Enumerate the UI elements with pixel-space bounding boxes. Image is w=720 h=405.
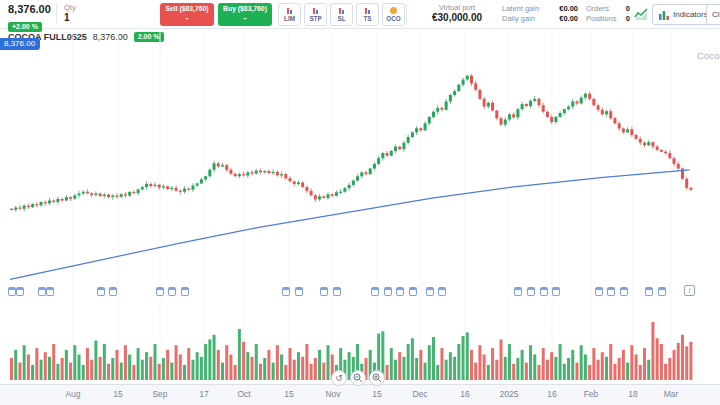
axis-tick-label: Mar (664, 389, 679, 399)
axis-tick-label: 15 (372, 389, 381, 399)
calendar-event-icon[interactable] (181, 287, 189, 296)
candlestick-chart[interactable] (0, 0, 720, 405)
axis-tick-label: 16 (547, 389, 556, 399)
calendar-event-icon[interactable] (109, 287, 117, 296)
calendar-event-icon[interactable] (38, 287, 46, 296)
axis-tick-label: Sep (152, 389, 167, 399)
axis-tick-label: 15 (284, 389, 293, 399)
axis-tick-label: Oct (237, 389, 250, 399)
calendar-event-icon[interactable] (620, 287, 628, 296)
zoom-in-icon (372, 373, 382, 383)
calendar-event-icon[interactable] (168, 287, 176, 296)
calendar-event-icon[interactable] (607, 287, 615, 296)
axis-tick-label: Feb (584, 389, 599, 399)
calendar-event-icon[interactable] (384, 287, 392, 296)
calendar-event-icon[interactable] (333, 287, 341, 296)
zoom-in-button[interactable] (369, 370, 385, 386)
calendar-event-icon[interactable] (156, 287, 164, 296)
calendar-event-icon[interactable] (97, 287, 105, 296)
zoom-out-icon (353, 373, 363, 383)
calendar-event-icon[interactable] (409, 287, 417, 296)
axis-tick-label: Nov (325, 389, 340, 399)
trading-app: 8,376.00 +2.00 % Qty 1 Sell ($83,760) - … (0, 0, 720, 405)
calendar-event-icon[interactable] (371, 287, 379, 296)
axis-tick-label: Aug (65, 389, 80, 399)
reset-view-button[interactable]: ↺ (331, 370, 347, 386)
chart-nav-controls: ↺ (331, 370, 385, 386)
calendar-event-icon[interactable] (426, 287, 434, 296)
axis-tick-label: Dec (412, 389, 427, 399)
calendar-event-icon[interactable] (514, 287, 522, 296)
calendar-event-icon[interactable] (16, 287, 24, 296)
axis-tick-label: 17 (199, 389, 208, 399)
axis-tick-label: 15 (113, 389, 122, 399)
calendar-event-icon[interactable] (527, 287, 535, 296)
calendar-event-icon[interactable] (540, 287, 548, 296)
calendar-event-icon[interactable] (8, 287, 16, 296)
calendar-event-icon[interactable] (552, 287, 560, 296)
calendar-event-icon[interactable] (645, 287, 653, 296)
axis-tick-label: 2025 (500, 389, 519, 399)
calendar-event-icon[interactable] (46, 287, 54, 296)
zoom-out-button[interactable] (350, 370, 366, 386)
calendar-event-icon[interactable] (595, 287, 603, 296)
axis-tick-label: 16 (460, 389, 469, 399)
time-axis[interactable]: Aug15Sep17Oct15Nov15Dec16202516Feb18Mar (0, 384, 720, 405)
calendar-event-icon[interactable] (396, 287, 404, 296)
calendar-event-icon[interactable] (320, 287, 328, 296)
info-icon[interactable]: i (684, 285, 695, 296)
axis-tick-label: 18 (628, 389, 637, 399)
calendar-event-icon[interactable] (282, 287, 290, 296)
calendar-event-icon[interactable] (295, 287, 303, 296)
calendar-event-icon[interactable] (438, 287, 446, 296)
event-marker-row (0, 287, 720, 297)
calendar-event-icon[interactable] (658, 287, 666, 296)
